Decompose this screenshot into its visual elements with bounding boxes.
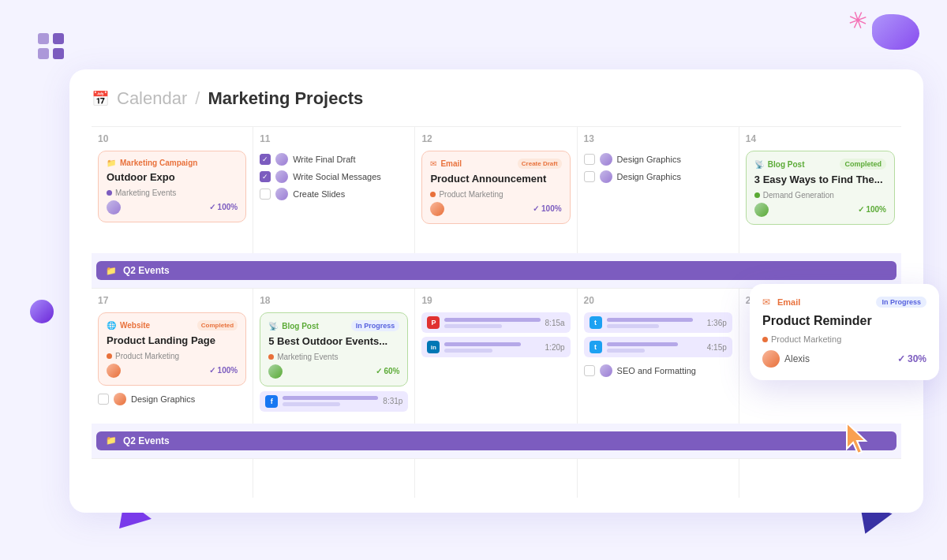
day-empty-2 xyxy=(253,459,415,498)
card-marketing-campaign[interactable]: 📁 Marketing Campaign Outdoor Expo Market… xyxy=(98,151,246,222)
avatar-anna xyxy=(754,203,769,217)
schedule-item-twitter1[interactable]: t 1:36p xyxy=(584,312,732,333)
schedule-item-linkedin[interactable]: in 1:20p xyxy=(421,337,570,357)
check-item-dg1[interactable]: Design Graphics xyxy=(584,151,732,168)
schedule-bar-li xyxy=(444,342,540,353)
schedule-bar xyxy=(283,396,378,406)
checkbox-2[interactable] xyxy=(260,171,271,182)
decoration-blob-purple xyxy=(872,14,919,50)
checkbox-17[interactable] xyxy=(98,394,109,405)
check-item-20[interactable]: SEO and Formatting xyxy=(584,362,732,379)
day-number-10: 10 xyxy=(98,133,246,144)
cursor-arrow xyxy=(840,419,872,461)
day-number-13: 13 xyxy=(584,133,732,144)
pinterest-icon: P xyxy=(427,316,440,329)
check-item[interactable]: Write Final Draft xyxy=(260,151,408,168)
avatar-anna-18 xyxy=(268,364,283,379)
checkbox-dg1[interactable] xyxy=(584,154,595,165)
blog-icon-18: 📡 xyxy=(268,322,278,330)
check-text-2: Write Social Messages xyxy=(293,172,381,181)
avatar-alexis-17 xyxy=(107,364,121,378)
email-float-icon: ✉ xyxy=(762,297,770,308)
card-badge: Create Draft xyxy=(518,159,562,169)
day-number-20: 20 xyxy=(584,295,732,306)
email-icon: ✉ xyxy=(430,159,436,168)
day-14: 14 📡 Blog Post Completed 3 Easy Ways to … xyxy=(739,127,901,253)
card-category: Product Marketing xyxy=(439,190,503,199)
group-row-1: 📁 Q2 Events xyxy=(92,253,901,288)
check-text-3: Create Slides xyxy=(293,189,345,199)
check-text-dg1: Design Graphics xyxy=(617,155,681,164)
day-empty-4 xyxy=(578,459,739,498)
progress-17: ✓ 100% xyxy=(209,366,238,375)
day-number-14: 14 xyxy=(746,133,895,144)
check-text-17: Design Graphics xyxy=(131,394,195,404)
category-dot xyxy=(754,192,760,198)
day-number-11: 11 xyxy=(260,133,408,144)
card-website-17[interactable]: 🌐 Website Completed Product Landing Page… xyxy=(98,312,246,386)
progress: ✓ 100% xyxy=(209,203,238,211)
day-11: 11 Write Final Draft Write Social Messag… xyxy=(253,127,415,253)
card-title: Outdoor Expo xyxy=(107,171,238,185)
breadcrumb-parent[interactable]: Calendar xyxy=(117,88,187,109)
check-text-1: Write Final Draft xyxy=(293,155,355,164)
checkbox-dg2[interactable] xyxy=(584,171,595,182)
check-item-dg2[interactable]: Design Graphics xyxy=(584,168,732,185)
card-blog-14[interactable]: 📡 Blog Post Completed 3 Easy Ways to Fin… xyxy=(746,151,895,225)
avatar-check-dg2 xyxy=(600,170,612,183)
check-item-2[interactable]: Write Social Messages xyxy=(260,168,408,185)
card-email-12[interactable]: ✉ Email Create Draft Product Announcemen… xyxy=(421,151,570,224)
card-blog-18[interactable]: 📡 Blog Post In Progress 5 Best Outdoor E… xyxy=(260,312,408,386)
decoration-blob-circle xyxy=(30,300,54,323)
group-banner-2: 📁 Q2 Events xyxy=(96,431,896,450)
group-row-2: 📁 Q2 Events xyxy=(92,424,901,458)
schedule-item-fb[interactable]: f 8:31p xyxy=(260,391,408,412)
card-title-18: 5 Best Outdoor Events... xyxy=(268,335,399,349)
day-13: 13 Design Graphics Design Graphics xyxy=(578,127,739,253)
card-title-17: Product Landing Page xyxy=(107,334,238,348)
float-card-badge: In Progress xyxy=(876,297,926,308)
progress: ✓ 100% xyxy=(858,205,886,214)
check-text-20: SEO and Formatting xyxy=(617,366,696,375)
card-category: Product Marketing xyxy=(115,352,179,360)
floating-email-card[interactable]: ✉ Email In Progress Product Reminder Pro… xyxy=(750,284,939,380)
float-card-label: Email xyxy=(777,297,872,307)
week-row-1: 10 📁 Marketing Campaign Outdoor Expo Mar… xyxy=(92,126,901,253)
checkbox-3[interactable] xyxy=(260,189,271,200)
app-logo xyxy=(38,33,64,59)
check-item-3[interactable]: Create Slides xyxy=(260,185,408,203)
breadcrumb: 📅 Calendar / Marketing Projects xyxy=(92,88,901,109)
day-number-12: 12 xyxy=(421,133,570,144)
day-empty-1 xyxy=(92,459,253,498)
progress: ✓ 100% xyxy=(533,204,561,213)
week-row-3 xyxy=(92,458,901,498)
category-dot xyxy=(268,354,274,360)
card-label: Website xyxy=(120,321,193,330)
schedule-time: 8:31p xyxy=(383,397,402,405)
check-item-17[interactable]: Design Graphics xyxy=(98,390,246,408)
day-empty-5 xyxy=(739,459,901,498)
day-number-19: 19 xyxy=(421,295,570,306)
day-empty-3 xyxy=(415,459,577,498)
card-badge: Completed xyxy=(840,159,886,170)
day-20: 20 t 1:36p t 4:15p xyxy=(578,289,739,424)
category-dot xyxy=(430,192,436,197)
linkedin-icon: in xyxy=(427,341,440,353)
checkbox-20[interactable] xyxy=(584,365,595,376)
schedule-time-t2: 4:15p xyxy=(707,343,727,352)
blog-icon: 📡 xyxy=(754,160,764,169)
calendar-icon: 📅 xyxy=(92,90,109,107)
schedule-item-twitter2[interactable]: t 4:15p xyxy=(584,337,732,357)
card-label: Blog Post xyxy=(768,160,837,169)
float-card-title: Product Reminder xyxy=(762,314,926,328)
card-label: Marketing Campaign xyxy=(120,159,238,167)
checkbox-1[interactable] xyxy=(260,154,271,165)
day-19: 19 P 8:15a in 1:20p xyxy=(415,289,577,424)
check-text-dg2: Design Graphics xyxy=(617,172,681,181)
card-title: Product Announcement xyxy=(430,173,561,186)
schedule-time-p: 8:15a xyxy=(545,319,565,327)
group-label-2: Q2 Events xyxy=(123,435,170,446)
schedule-item-pinterest[interactable]: P 8:15a xyxy=(421,312,570,333)
fb-icon: f xyxy=(265,395,278,408)
float-category-dot xyxy=(762,337,768,342)
